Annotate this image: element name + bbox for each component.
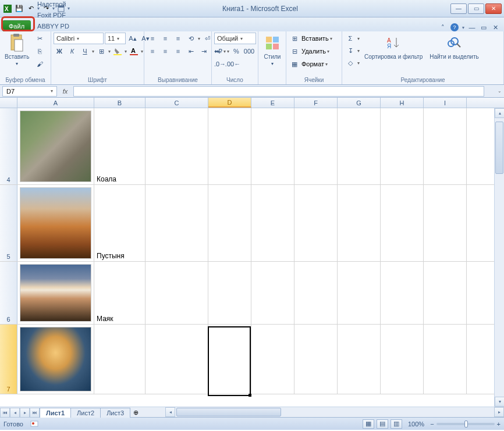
zoom-in-icon[interactable]: + xyxy=(497,421,501,428)
horizontal-scrollbar[interactable] xyxy=(175,407,494,417)
cell-A5[interactable] xyxy=(17,185,94,261)
doc-restore-icon[interactable]: ▭ xyxy=(480,23,488,31)
scroll-down-icon[interactable]: ▾ xyxy=(495,397,504,407)
hscroll-left-icon[interactable]: ◂ xyxy=(165,407,175,417)
delete-cells-button[interactable]: ⊟Удалить▾ xyxy=(289,45,329,57)
doc-close-icon[interactable]: ✕ xyxy=(491,23,499,31)
cell-I7[interactable] xyxy=(424,325,467,394)
clear-button[interactable]: ◇▾ xyxy=(345,57,360,69)
sheet-next-icon[interactable]: ▸ xyxy=(20,408,30,418)
increase-decimal-icon[interactable]: .0→ xyxy=(214,58,226,70)
copy-icon[interactable]: ⎘ xyxy=(34,45,45,57)
save-icon[interactable]: 💾 xyxy=(14,3,24,14)
cell-G5[interactable] xyxy=(338,185,381,261)
cell-F6[interactable] xyxy=(294,262,338,324)
cell-A7[interactable] xyxy=(17,325,94,394)
ribbon-tab-8[interactable]: Надстрой xyxy=(32,0,74,9)
sheet-prev-icon[interactable]: ◂ xyxy=(10,408,20,418)
vertical-scrollbar[interactable]: ▴ ▾ xyxy=(494,108,504,407)
align-left-icon[interactable]: ≡ xyxy=(147,45,158,57)
ribbon-tab-9[interactable]: Foxit PDF xyxy=(32,9,74,20)
cell-D5[interactable] xyxy=(208,185,251,261)
percent-icon[interactable]: % xyxy=(230,45,242,57)
styles-button[interactable]: Стили ▾ xyxy=(261,33,284,67)
grow-font-icon[interactable]: A▴ xyxy=(127,33,139,44)
cell-F5[interactable] xyxy=(294,185,338,261)
decrease-decimal-icon[interactable]: .00← xyxy=(227,58,239,70)
col-header-G[interactable]: G xyxy=(338,98,381,108)
doc-minimize-icon[interactable]: — xyxy=(468,23,476,31)
fx-button[interactable]: fx xyxy=(59,86,71,97)
bold-button[interactable]: Ж xyxy=(54,45,65,57)
cell-E6[interactable] xyxy=(251,262,294,324)
cell-D4[interactable] xyxy=(208,108,251,184)
cell-C6[interactable] xyxy=(145,262,208,324)
formula-expand-icon[interactable]: ⌄ xyxy=(495,88,504,94)
page-layout-view-icon[interactable]: ▤ xyxy=(377,419,388,429)
cell-H4[interactable] xyxy=(381,108,424,184)
add-sheet-icon[interactable]: ⊕ xyxy=(130,408,142,418)
cell-H5[interactable] xyxy=(381,185,424,261)
cell-B5[interactable]: Пустыня xyxy=(94,185,145,261)
minimize-ribbon-icon[interactable]: ˄ xyxy=(439,23,447,31)
format-cells-button[interactable]: ▦Формат▾ xyxy=(289,58,328,70)
row-header-7[interactable]: 7 xyxy=(0,325,17,394)
align-top-icon[interactable]: ≡ xyxy=(147,33,158,44)
zoom-slider[interactable] xyxy=(436,423,495,425)
col-header-A[interactable]: A xyxy=(17,98,94,108)
cell-E4[interactable] xyxy=(251,108,294,184)
col-header-C[interactable]: C xyxy=(145,98,208,108)
image-koala[interactable] xyxy=(20,111,91,182)
cell-D6[interactable] xyxy=(208,262,251,324)
page-break-view-icon[interactable]: ▥ xyxy=(391,419,402,429)
fill-color-icon[interactable] xyxy=(112,45,123,57)
cell-F4[interactable] xyxy=(294,108,338,184)
zoom-level[interactable]: 100% xyxy=(408,421,424,428)
macro-record-icon[interactable] xyxy=(30,419,38,429)
autosum-button[interactable]: Σ▾ xyxy=(345,33,360,44)
cut-icon[interactable]: ✂ xyxy=(34,33,45,44)
cell-F7[interactable] xyxy=(294,325,338,394)
cell-B7[interactable] xyxy=(94,325,145,394)
cell-C7[interactable] xyxy=(145,325,208,394)
cell-A4[interactable] xyxy=(17,108,94,184)
row-header-6[interactable]: 6 xyxy=(0,262,17,324)
format-painter-icon[interactable]: 🖌 xyxy=(34,58,45,70)
file-tab[interactable]: Файл xyxy=(2,20,31,31)
cell-D7[interactable] xyxy=(208,325,251,394)
align-bottom-icon[interactable]: ≡ xyxy=(172,33,184,44)
insert-cells-button[interactable]: ⊞Вставить▾ xyxy=(289,33,332,44)
row-header-5[interactable]: 5 xyxy=(0,185,17,261)
col-header-H[interactable]: H xyxy=(381,98,424,108)
font-name-combo[interactable]: Calibri▾ xyxy=(54,33,104,44)
formula-input[interactable] xyxy=(73,86,484,97)
row-header-4[interactable]: 4 xyxy=(0,108,17,184)
image-jellyfish[interactable] xyxy=(20,327,91,391)
align-right-icon[interactable]: ≡ xyxy=(172,45,184,57)
sheet-tab-1[interactable]: Лист2 xyxy=(70,408,101,418)
image-lighthouse[interactable] xyxy=(20,264,91,322)
font-color-icon[interactable]: A xyxy=(128,45,140,57)
fill-button[interactable]: ↧▾ xyxy=(345,45,360,56)
cell-E5[interactable] xyxy=(251,185,294,261)
col-header-D[interactable]: D xyxy=(208,98,251,108)
help-icon[interactable]: ? xyxy=(450,23,459,31)
sheet-tab-2[interactable]: Лист3 xyxy=(100,408,130,418)
cell-B6[interactable]: Маяк xyxy=(94,262,145,324)
help-dropdown[interactable]: ▾ xyxy=(462,25,464,30)
underline-button[interactable]: Ч xyxy=(79,45,91,57)
sort-filter-button[interactable]: АЯ Сортировка и фильтр xyxy=(362,33,425,61)
sheet-tab-0[interactable]: Лист1 xyxy=(40,408,71,418)
grid-rows[interactable]: 4Коала5Пустыня6Маяк7 xyxy=(0,108,504,407)
sheet-last-icon[interactable]: ⏭ xyxy=(30,408,40,418)
name-box[interactable]: D7▾ xyxy=(2,86,57,97)
wrap-text-icon[interactable]: ⏎ xyxy=(201,33,213,44)
zoom-out-icon[interactable]: − xyxy=(430,421,434,428)
orientation-icon[interactable]: ⟲ xyxy=(185,33,197,44)
number-format-combo[interactable]: Общий▾ xyxy=(214,33,256,44)
increase-indent-icon[interactable]: ⇥ xyxy=(198,45,210,57)
align-middle-icon[interactable]: ≡ xyxy=(159,33,171,44)
cell-H6[interactable] xyxy=(381,262,424,324)
col-header-E[interactable]: E xyxy=(251,98,294,108)
cell-G4[interactable] xyxy=(338,108,381,184)
